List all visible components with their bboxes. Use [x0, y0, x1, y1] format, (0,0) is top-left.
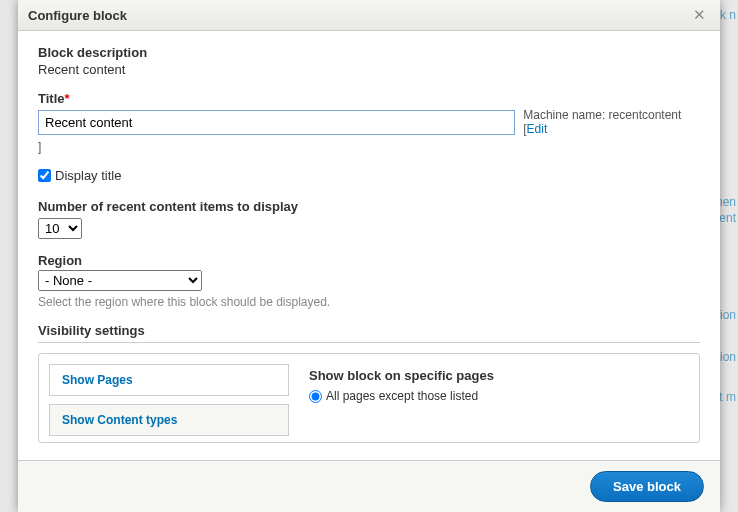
block-description-value: Recent content	[38, 62, 700, 77]
machine-name: Machine name: recentcontent [Edit	[523, 108, 700, 136]
region-label: Region	[38, 253, 700, 268]
num-items-label: Number of recent content items to displa…	[38, 199, 700, 214]
bg-text: ion	[720, 308, 736, 322]
radio-all-except-label: All pages except those listed	[326, 389, 478, 403]
visibility-settings-panel: Show Pages Show Content types Show block…	[38, 353, 700, 443]
bg-text: ent	[719, 211, 736, 225]
radio-all-except[interactable]	[309, 390, 322, 403]
required-star-icon: *	[65, 91, 70, 106]
display-title-label: Display title	[55, 168, 121, 183]
close-icon[interactable]: ✕	[689, 6, 710, 24]
save-block-button[interactable]: Save block	[590, 471, 704, 502]
dialog-body: Block description Recent content Title* …	[18, 31, 720, 460]
region-help-text: Select the region where this block shoul…	[38, 295, 700, 309]
title-label: Title*	[38, 91, 700, 106]
region-select[interactable]: - None -	[38, 270, 202, 291]
dialog-title: Configure block	[28, 8, 127, 23]
machine-name-edit-link[interactable]: Edit	[527, 122, 548, 136]
title-label-text: Title	[38, 91, 65, 106]
display-title-checkbox[interactable]	[38, 169, 51, 182]
dialog-footer: Save block	[18, 460, 720, 512]
show-block-pages-heading: Show block on specific pages	[309, 368, 689, 383]
num-items-select[interactable]: 10	[38, 218, 82, 239]
stray-bracket: ]	[38, 140, 700, 154]
title-input[interactable]	[38, 110, 515, 135]
bg-text: t m	[719, 390, 736, 404]
block-description-label: Block description	[38, 45, 700, 60]
configure-block-dialog: Configure block ✕ Block description Rece…	[18, 0, 720, 512]
visibility-tabs: Show Pages Show Content types	[49, 364, 289, 432]
dialog-header: Configure block ✕	[18, 0, 720, 31]
tab-show-pages[interactable]: Show Pages	[49, 364, 289, 396]
machine-name-value: recentcontent	[609, 108, 682, 122]
tab-show-content-types[interactable]: Show Content types	[49, 404, 289, 436]
visibility-settings-heading: Visibility settings	[38, 323, 700, 343]
visibility-tab-content: Show block on specific pages All pages e…	[309, 364, 689, 432]
machine-name-label: Machine name:	[523, 108, 605, 122]
bg-text: ion	[720, 350, 736, 364]
